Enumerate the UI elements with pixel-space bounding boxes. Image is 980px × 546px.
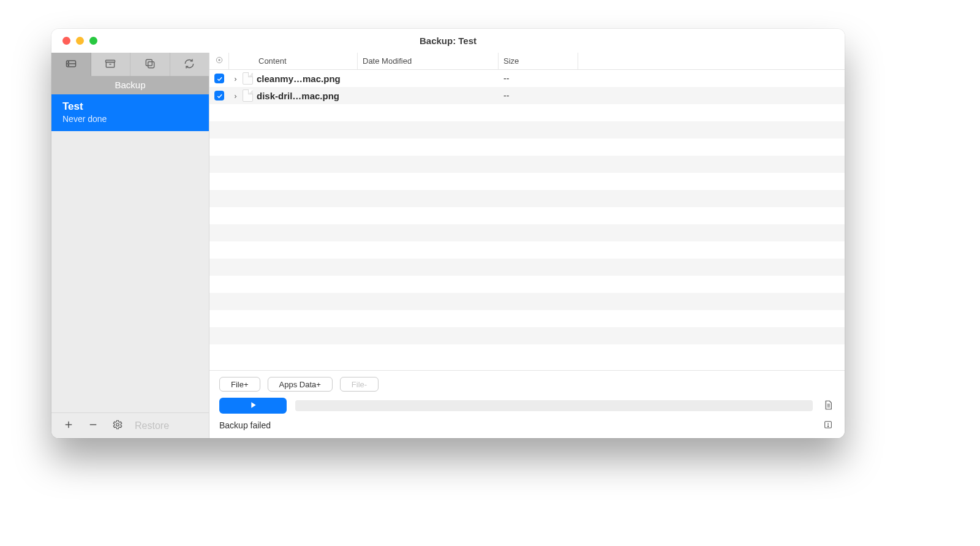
sidebar-item-status: Never done xyxy=(62,114,198,124)
add-backup-button[interactable] xyxy=(58,417,80,435)
file-icon xyxy=(243,89,253,102)
chevron-right-icon xyxy=(233,91,238,101)
sidebar-tabs xyxy=(51,53,209,76)
checkbox-checked-icon xyxy=(214,91,224,100)
play-icon xyxy=(248,400,258,412)
minimize-window-button[interactable] xyxy=(76,37,84,45)
apps-data-add-button[interactable]: Apps Data+ xyxy=(268,377,333,392)
chevron-right-icon xyxy=(233,74,238,84)
column-content[interactable]: Content xyxy=(229,53,358,69)
tab-sync[interactable] xyxy=(170,53,209,76)
file-add-button[interactable]: File+ xyxy=(219,377,260,392)
svg-point-21 xyxy=(827,426,828,427)
svg-point-14 xyxy=(218,59,219,61)
minus-icon xyxy=(88,419,99,432)
svg-point-12 xyxy=(116,423,119,427)
svg-marker-15 xyxy=(251,402,255,408)
drive-icon xyxy=(65,58,77,72)
log-button[interactable] xyxy=(821,399,835,412)
svg-rect-7 xyxy=(148,61,154,67)
empty-row xyxy=(209,138,845,156)
svg-rect-5 xyxy=(107,62,115,67)
copy-icon xyxy=(144,58,156,72)
sidebar-section-header: Backup xyxy=(51,76,209,94)
empty-row xyxy=(209,310,845,327)
empty-row xyxy=(209,224,845,241)
row-filename: cleanmy…mac.png xyxy=(257,74,341,84)
row-spacer xyxy=(578,70,845,87)
window-body: Backup Test Never done xyxy=(51,53,845,438)
document-icon xyxy=(823,400,834,412)
disclosure-triangle[interactable] xyxy=(232,74,239,84)
row-checkbox[interactable] xyxy=(209,70,229,87)
tab-archive[interactable] xyxy=(91,53,131,76)
row-content-cell: cleanmy…mac.png xyxy=(229,70,358,87)
empty-row xyxy=(209,156,845,173)
tab-backup[interactable] xyxy=(51,53,91,76)
table-row[interactable]: cleanmy…mac.png -- xyxy=(209,70,845,87)
warning-button[interactable] xyxy=(821,419,835,432)
row-size-cell: -- xyxy=(499,87,578,104)
sidebar-item-name: Test xyxy=(62,100,198,113)
row-date-cell xyxy=(358,70,499,87)
run-row xyxy=(219,398,835,414)
settings-button[interactable] xyxy=(107,417,129,435)
main-panel: Content Date Modified Size xyxy=(209,53,845,438)
column-date-modified[interactable]: Date Modified xyxy=(358,53,499,69)
traffic-lights xyxy=(62,29,97,53)
empty-row xyxy=(209,173,845,190)
empty-row xyxy=(209,327,845,344)
column-size[interactable]: Size xyxy=(499,53,578,69)
target-icon xyxy=(215,56,224,66)
sync-icon xyxy=(183,58,195,72)
zoom-window-button[interactable] xyxy=(89,37,97,45)
empty-row xyxy=(209,190,845,207)
empty-row xyxy=(209,104,845,121)
empty-row xyxy=(209,276,845,293)
checkbox-checked-icon xyxy=(214,74,224,83)
table-row[interactable]: disk-dril…mac.png -- xyxy=(209,87,845,104)
svg-rect-8 xyxy=(146,59,152,66)
column-spacer xyxy=(578,53,845,69)
status-row: Backup failed xyxy=(219,419,835,432)
svg-point-2 xyxy=(68,61,69,62)
bottom-toolbar: File+ Apps Data+ File- xyxy=(209,370,845,438)
row-content-cell: disk-dril…mac.png xyxy=(229,87,358,104)
file-table: cleanmy…mac.png -- xyxy=(209,70,845,370)
empty-row xyxy=(209,259,845,276)
row-checkbox[interactable] xyxy=(209,87,229,104)
run-backup-button[interactable] xyxy=(219,398,287,414)
sidebar-spacer xyxy=(51,131,209,412)
empty-row xyxy=(209,121,845,138)
progress-bar xyxy=(295,400,813,411)
column-select-all[interactable] xyxy=(209,53,229,69)
empty-row xyxy=(209,344,845,362)
status-message: Backup failed xyxy=(219,420,821,430)
window-title: Backup: Test xyxy=(51,36,845,46)
file-icon xyxy=(243,72,253,85)
app-window: Backup: Test xyxy=(51,29,845,438)
row-filename: disk-dril…mac.png xyxy=(257,91,339,101)
sidebar: Backup Test Never done xyxy=(51,53,209,438)
file-buttons-row: File+ Apps Data+ File- xyxy=(219,377,835,392)
empty-row xyxy=(209,241,845,259)
row-spacer xyxy=(578,87,845,104)
empty-row xyxy=(209,207,845,224)
row-date-cell xyxy=(358,87,499,104)
sidebar-footer: Restore xyxy=(51,412,209,438)
titlebar: Backup: Test xyxy=(51,29,845,53)
close-window-button[interactable] xyxy=(62,37,70,45)
sidebar-item-test[interactable]: Test Never done xyxy=(51,94,209,131)
file-remove-button[interactable]: File- xyxy=(340,377,379,392)
plus-icon xyxy=(63,419,74,432)
row-size-cell: -- xyxy=(499,70,578,87)
svg-point-3 xyxy=(68,64,69,65)
disclosure-triangle[interactable] xyxy=(232,91,239,101)
table-header: Content Date Modified Size xyxy=(209,53,845,70)
gear-icon xyxy=(112,419,123,432)
restore-button[interactable]: Restore xyxy=(135,420,169,431)
empty-row xyxy=(209,293,845,310)
tab-clone[interactable] xyxy=(130,53,170,76)
archive-icon xyxy=(104,58,116,72)
remove-backup-button[interactable] xyxy=(82,417,104,435)
